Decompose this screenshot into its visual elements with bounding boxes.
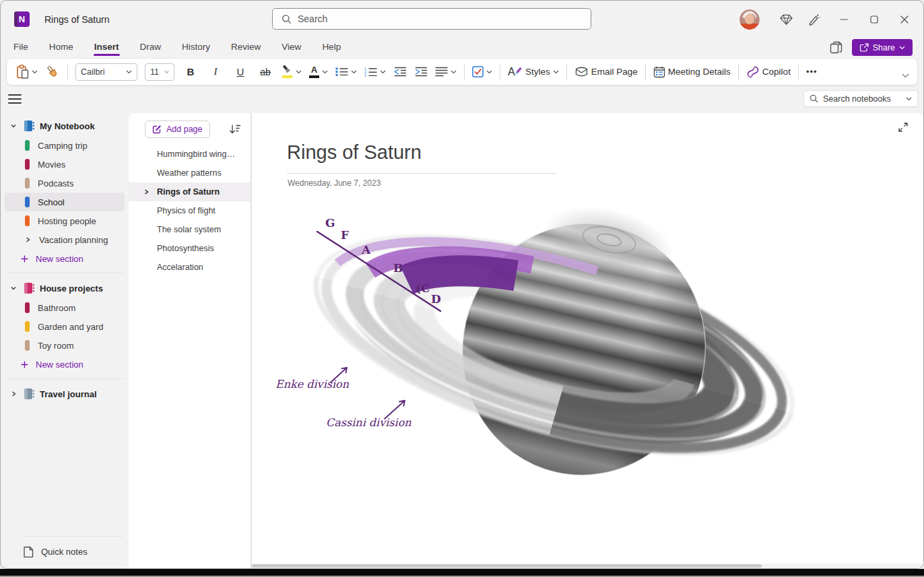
chevron-down-icon bbox=[164, 70, 169, 74]
chevron-right-icon bbox=[143, 189, 150, 195]
sidebar-section-movies[interactable]: Movies bbox=[5, 155, 125, 174]
tab-file[interactable]: File bbox=[13, 40, 29, 56]
notebook-icon bbox=[23, 388, 35, 400]
search-notebooks-placeholder: Search notebooks bbox=[823, 94, 901, 104]
numbered-list-button[interactable]: 1 2 3 bbox=[364, 67, 386, 77]
sidebar-section-camping-trip[interactable]: Camping trip bbox=[5, 136, 125, 155]
expand-page-icon[interactable] bbox=[898, 122, 909, 135]
meeting-details-button[interactable]: Meeting Details bbox=[653, 66, 731, 78]
strikethrough-button[interactable]: ab bbox=[257, 67, 274, 77]
title-underline bbox=[287, 173, 556, 174]
tab-history[interactable]: History bbox=[181, 40, 211, 56]
page-canvas[interactable]: Rings of Saturn Wednesday, June 7, 2023 bbox=[252, 113, 923, 568]
close-button[interactable] bbox=[889, 6, 919, 33]
page-list-item[interactable]: Hummingbird wing… bbox=[129, 145, 251, 164]
underline-button[interactable]: U bbox=[232, 66, 249, 77]
font-color-button[interactable]: A bbox=[309, 65, 328, 78]
sidebar-section-group-vacation-planning[interactable]: Vacation planning bbox=[5, 230, 125, 249]
sidebar-section-toy-room[interactable]: Toy room bbox=[5, 336, 125, 355]
bullet-list-icon bbox=[335, 67, 348, 77]
chevron-down-icon bbox=[553, 70, 559, 74]
share-button[interactable]: Share bbox=[852, 39, 913, 56]
page-list-item-selected[interactable]: Rings of Saturn bbox=[129, 182, 251, 201]
tab-home[interactable]: Home bbox=[48, 40, 74, 56]
font-size-select[interactable]: 11 bbox=[145, 63, 174, 81]
account-avatar[interactable] bbox=[739, 9, 760, 30]
paste-button[interactable] bbox=[16, 65, 38, 79]
horizontal-scrollbar[interactable] bbox=[252, 564, 923, 568]
saturn-figure[interactable]: G F A B (C D Enke division Cassini divis… bbox=[270, 197, 809, 500]
page-list-item[interactable]: Weather patterns bbox=[129, 164, 251, 182]
new-window-icon[interactable] bbox=[830, 41, 843, 54]
new-section-button[interactable]: New section bbox=[1, 249, 129, 268]
new-section-button[interactable]: New section bbox=[1, 355, 129, 374]
alignment-button[interactable] bbox=[435, 67, 457, 77]
sort-pages-icon[interactable] bbox=[229, 124, 241, 135]
hamburger-menu-icon[interactable] bbox=[8, 94, 22, 104]
copilot-button[interactable]: Copilot bbox=[746, 65, 791, 79]
page-title[interactable]: Rings of Saturn bbox=[287, 141, 422, 164]
page-list-item[interactable]: The solar system bbox=[129, 220, 251, 239]
email-page-button[interactable]: Email Page bbox=[574, 67, 638, 77]
email-icon bbox=[574, 67, 589, 77]
highlighter-icon bbox=[282, 65, 293, 78]
search-input[interactable]: Search bbox=[272, 8, 591, 30]
share-icon bbox=[859, 43, 869, 52]
ribbon-row: Cailbri 11 B I U ab bbox=[1, 57, 923, 88]
notebook-icon bbox=[23, 120, 35, 132]
scrollbar-thumb[interactable] bbox=[252, 564, 762, 568]
ribbon-separator bbox=[464, 64, 465, 80]
highlighter-button[interactable] bbox=[282, 65, 302, 78]
minimize-button[interactable] bbox=[828, 6, 859, 33]
format-painter-button[interactable] bbox=[45, 65, 60, 79]
todo-checkbox-icon bbox=[472, 66, 484, 77]
sidebar-divider bbox=[25, 536, 123, 537]
ring-label-c: (C bbox=[416, 281, 430, 295]
chevron-down-icon bbox=[899, 46, 905, 50]
tab-review[interactable]: Review bbox=[230, 40, 261, 56]
main-area: My Notebook Camping trip Movies Podcasts… bbox=[1, 110, 923, 568]
sidebar-section-hosting-people[interactable]: Hosting people bbox=[5, 211, 125, 230]
font-name-select[interactable]: Cailbri bbox=[75, 63, 137, 81]
page-list-item[interactable]: Accelaration bbox=[129, 258, 251, 277]
sidebar-section-bathroom[interactable]: Bathroom bbox=[5, 298, 125, 317]
sidebar-section-garden-and-yard[interactable]: Garden and yard bbox=[5, 317, 125, 336]
search-notebooks-input[interactable]: Search notebooks bbox=[803, 90, 918, 107]
increase-indent-button[interactable] bbox=[414, 67, 428, 77]
copilot-icon bbox=[746, 65, 760, 79]
add-page-button[interactable]: Add page bbox=[145, 121, 210, 138]
page-list-item[interactable]: Photosynthesis bbox=[129, 239, 251, 258]
notebook-my-notebook[interactable]: My Notebook bbox=[1, 116, 129, 136]
bold-button[interactable]: B bbox=[182, 66, 199, 77]
quick-notes-button[interactable]: Quick notes bbox=[1, 541, 129, 562]
chevron-down-icon bbox=[10, 285, 17, 292]
section-color-tab bbox=[25, 140, 30, 151]
styles-icon: A bbox=[508, 65, 523, 78]
decrease-indent-button[interactable] bbox=[393, 67, 407, 77]
tab-view[interactable]: View bbox=[281, 40, 302, 56]
whats-new-pen-icon[interactable] bbox=[800, 6, 828, 33]
premium-diamond-icon[interactable] bbox=[772, 6, 800, 33]
calendar-icon bbox=[653, 66, 665, 78]
sidebar-section-school[interactable]: School bbox=[5, 193, 125, 211]
italic-button[interactable]: I bbox=[207, 66, 224, 77]
ribbon-overflow-button[interactable]: ••• bbox=[806, 67, 818, 77]
ribbon-collapse-button[interactable] bbox=[902, 69, 909, 81]
section-color-tab bbox=[25, 197, 30, 207]
tab-draw[interactable]: Draw bbox=[139, 40, 162, 56]
maximize-button[interactable] bbox=[859, 6, 889, 33]
ribbon-separator bbox=[738, 64, 739, 80]
chevron-down-icon bbox=[380, 70, 386, 74]
sidebar-section-podcasts[interactable]: Podcasts bbox=[5, 174, 125, 193]
page-list-item[interactable]: Physics of flight bbox=[129, 201, 251, 220]
notebooks-sidebar: My Notebook Camping trip Movies Podcasts… bbox=[1, 110, 129, 568]
notebook-house-projects[interactable]: House projects bbox=[1, 278, 129, 298]
page-date[interactable]: Wednesday, June 7, 2023 bbox=[288, 178, 381, 188]
bullet-list-button[interactable] bbox=[335, 67, 357, 77]
todo-tag-button[interactable] bbox=[472, 66, 492, 77]
notebook-travel-journal[interactable]: Travel journal bbox=[1, 384, 129, 404]
styles-button[interactable]: A Styles bbox=[508, 65, 559, 78]
tab-insert[interactable]: Insert bbox=[94, 40, 120, 56]
tab-help[interactable]: Help bbox=[321, 40, 341, 56]
align-icon bbox=[435, 67, 448, 77]
